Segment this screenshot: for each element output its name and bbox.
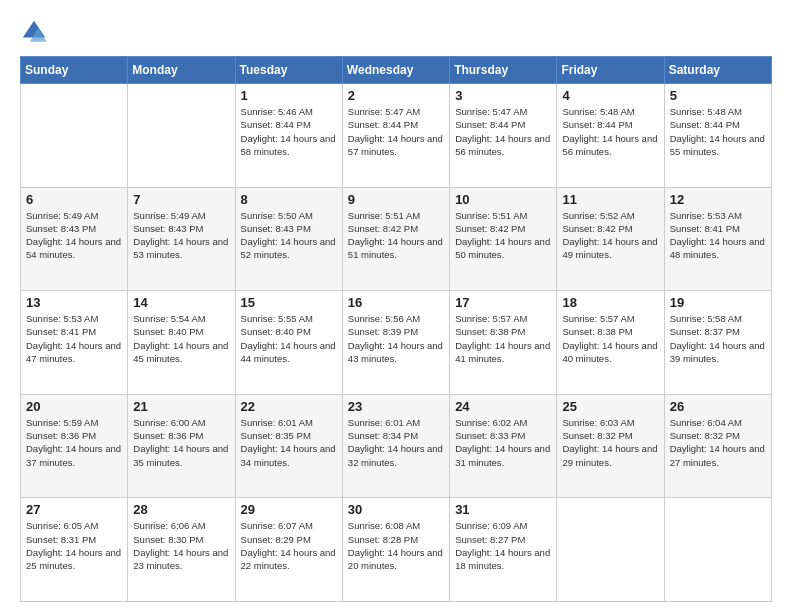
day-cell: 30Sunrise: 6:08 AMSunset: 8:28 PMDayligh… (342, 498, 449, 602)
day-cell: 6Sunrise: 5:49 AMSunset: 8:43 PMDaylight… (21, 187, 128, 291)
day-cell: 12Sunrise: 5:53 AMSunset: 8:41 PMDayligh… (664, 187, 771, 291)
day-cell: 2Sunrise: 5:47 AMSunset: 8:44 PMDaylight… (342, 84, 449, 188)
page: SundayMondayTuesdayWednesdayThursdayFrid… (0, 0, 792, 612)
weekday-header-thursday: Thursday (450, 57, 557, 84)
day-number: 18 (562, 295, 658, 310)
day-number: 1 (241, 88, 337, 103)
day-cell: 17Sunrise: 5:57 AMSunset: 8:38 PMDayligh… (450, 291, 557, 395)
day-info: Sunrise: 6:05 AMSunset: 8:31 PMDaylight:… (26, 519, 122, 572)
day-cell: 25Sunrise: 6:03 AMSunset: 8:32 PMDayligh… (557, 394, 664, 498)
day-number: 5 (670, 88, 766, 103)
logo (20, 18, 52, 46)
day-number: 22 (241, 399, 337, 414)
day-info: Sunrise: 5:54 AMSunset: 8:40 PMDaylight:… (133, 312, 229, 365)
day-number: 14 (133, 295, 229, 310)
weekday-header-row: SundayMondayTuesdayWednesdayThursdayFrid… (21, 57, 772, 84)
day-info: Sunrise: 5:51 AMSunset: 8:42 PMDaylight:… (348, 209, 444, 262)
day-info: Sunrise: 5:47 AMSunset: 8:44 PMDaylight:… (455, 105, 551, 158)
logo-icon (20, 18, 48, 46)
day-cell: 27Sunrise: 6:05 AMSunset: 8:31 PMDayligh… (21, 498, 128, 602)
day-cell: 26Sunrise: 6:04 AMSunset: 8:32 PMDayligh… (664, 394, 771, 498)
day-info: Sunrise: 6:02 AMSunset: 8:33 PMDaylight:… (455, 416, 551, 469)
day-number: 10 (455, 192, 551, 207)
week-row-5: 27Sunrise: 6:05 AMSunset: 8:31 PMDayligh… (21, 498, 772, 602)
day-cell: 23Sunrise: 6:01 AMSunset: 8:34 PMDayligh… (342, 394, 449, 498)
day-cell: 21Sunrise: 6:00 AMSunset: 8:36 PMDayligh… (128, 394, 235, 498)
day-number: 2 (348, 88, 444, 103)
day-cell (128, 84, 235, 188)
day-info: Sunrise: 6:08 AMSunset: 8:28 PMDaylight:… (348, 519, 444, 572)
day-cell: 13Sunrise: 5:53 AMSunset: 8:41 PMDayligh… (21, 291, 128, 395)
day-cell: 5Sunrise: 5:48 AMSunset: 8:44 PMDaylight… (664, 84, 771, 188)
day-cell (557, 498, 664, 602)
day-number: 28 (133, 502, 229, 517)
day-info: Sunrise: 5:46 AMSunset: 8:44 PMDaylight:… (241, 105, 337, 158)
day-cell: 14Sunrise: 5:54 AMSunset: 8:40 PMDayligh… (128, 291, 235, 395)
day-number: 30 (348, 502, 444, 517)
weekday-header-tuesday: Tuesday (235, 57, 342, 84)
day-number: 3 (455, 88, 551, 103)
day-cell: 22Sunrise: 6:01 AMSunset: 8:35 PMDayligh… (235, 394, 342, 498)
day-info: Sunrise: 5:49 AMSunset: 8:43 PMDaylight:… (133, 209, 229, 262)
day-info: Sunrise: 5:58 AMSunset: 8:37 PMDaylight:… (670, 312, 766, 365)
day-info: Sunrise: 5:48 AMSunset: 8:44 PMDaylight:… (562, 105, 658, 158)
day-info: Sunrise: 6:06 AMSunset: 8:30 PMDaylight:… (133, 519, 229, 572)
day-cell (21, 84, 128, 188)
day-cell: 18Sunrise: 5:57 AMSunset: 8:38 PMDayligh… (557, 291, 664, 395)
weekday-header-sunday: Sunday (21, 57, 128, 84)
day-info: Sunrise: 5:51 AMSunset: 8:42 PMDaylight:… (455, 209, 551, 262)
weekday-header-monday: Monday (128, 57, 235, 84)
day-number: 4 (562, 88, 658, 103)
day-cell: 24Sunrise: 6:02 AMSunset: 8:33 PMDayligh… (450, 394, 557, 498)
day-cell: 3Sunrise: 5:47 AMSunset: 8:44 PMDaylight… (450, 84, 557, 188)
day-info: Sunrise: 5:56 AMSunset: 8:39 PMDaylight:… (348, 312, 444, 365)
day-cell (664, 498, 771, 602)
day-info: Sunrise: 5:49 AMSunset: 8:43 PMDaylight:… (26, 209, 122, 262)
day-info: Sunrise: 5:55 AMSunset: 8:40 PMDaylight:… (241, 312, 337, 365)
day-number: 9 (348, 192, 444, 207)
weekday-header-saturday: Saturday (664, 57, 771, 84)
day-cell: 8Sunrise: 5:50 AMSunset: 8:43 PMDaylight… (235, 187, 342, 291)
day-cell: 7Sunrise: 5:49 AMSunset: 8:43 PMDaylight… (128, 187, 235, 291)
day-info: Sunrise: 5:57 AMSunset: 8:38 PMDaylight:… (455, 312, 551, 365)
day-number: 23 (348, 399, 444, 414)
day-cell: 15Sunrise: 5:55 AMSunset: 8:40 PMDayligh… (235, 291, 342, 395)
weekday-header-friday: Friday (557, 57, 664, 84)
day-info: Sunrise: 6:00 AMSunset: 8:36 PMDaylight:… (133, 416, 229, 469)
day-info: Sunrise: 5:57 AMSunset: 8:38 PMDaylight:… (562, 312, 658, 365)
day-cell: 9Sunrise: 5:51 AMSunset: 8:42 PMDaylight… (342, 187, 449, 291)
day-cell: 16Sunrise: 5:56 AMSunset: 8:39 PMDayligh… (342, 291, 449, 395)
day-cell: 29Sunrise: 6:07 AMSunset: 8:29 PMDayligh… (235, 498, 342, 602)
day-number: 13 (26, 295, 122, 310)
day-number: 27 (26, 502, 122, 517)
day-cell: 11Sunrise: 5:52 AMSunset: 8:42 PMDayligh… (557, 187, 664, 291)
day-cell: 31Sunrise: 6:09 AMSunset: 8:27 PMDayligh… (450, 498, 557, 602)
day-info: Sunrise: 6:01 AMSunset: 8:35 PMDaylight:… (241, 416, 337, 469)
day-number: 7 (133, 192, 229, 207)
day-info: Sunrise: 6:03 AMSunset: 8:32 PMDaylight:… (562, 416, 658, 469)
day-number: 11 (562, 192, 658, 207)
day-info: Sunrise: 5:53 AMSunset: 8:41 PMDaylight:… (26, 312, 122, 365)
day-info: Sunrise: 5:52 AMSunset: 8:42 PMDaylight:… (562, 209, 658, 262)
weekday-header-wednesday: Wednesday (342, 57, 449, 84)
day-number: 24 (455, 399, 551, 414)
day-number: 21 (133, 399, 229, 414)
day-info: Sunrise: 5:47 AMSunset: 8:44 PMDaylight:… (348, 105, 444, 158)
day-number: 15 (241, 295, 337, 310)
day-info: Sunrise: 6:04 AMSunset: 8:32 PMDaylight:… (670, 416, 766, 469)
week-row-4: 20Sunrise: 5:59 AMSunset: 8:36 PMDayligh… (21, 394, 772, 498)
day-cell: 28Sunrise: 6:06 AMSunset: 8:30 PMDayligh… (128, 498, 235, 602)
header (20, 18, 772, 46)
day-info: Sunrise: 5:53 AMSunset: 8:41 PMDaylight:… (670, 209, 766, 262)
week-row-2: 6Sunrise: 5:49 AMSunset: 8:43 PMDaylight… (21, 187, 772, 291)
day-info: Sunrise: 5:50 AMSunset: 8:43 PMDaylight:… (241, 209, 337, 262)
day-number: 8 (241, 192, 337, 207)
week-row-1: 1Sunrise: 5:46 AMSunset: 8:44 PMDaylight… (21, 84, 772, 188)
day-number: 17 (455, 295, 551, 310)
day-cell: 4Sunrise: 5:48 AMSunset: 8:44 PMDaylight… (557, 84, 664, 188)
week-row-3: 13Sunrise: 5:53 AMSunset: 8:41 PMDayligh… (21, 291, 772, 395)
day-cell: 10Sunrise: 5:51 AMSunset: 8:42 PMDayligh… (450, 187, 557, 291)
day-info: Sunrise: 6:01 AMSunset: 8:34 PMDaylight:… (348, 416, 444, 469)
day-cell: 1Sunrise: 5:46 AMSunset: 8:44 PMDaylight… (235, 84, 342, 188)
day-number: 26 (670, 399, 766, 414)
